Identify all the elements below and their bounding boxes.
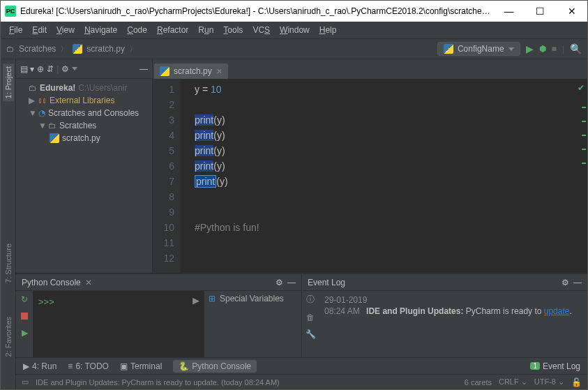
project-pane-header: ▤ ▾ ⊕ ⇵ | ⚙ — — [16, 59, 152, 79]
hide-button[interactable]: — — [140, 64, 148, 74]
close-icon[interactable]: ✕ — [85, 278, 92, 287]
left-tool-strip: 1: Project 7: Structure 2: Favorites — [1, 59, 16, 389]
library-icon: ⫾⫾ — [38, 96, 47, 105]
update-link[interactable]: update — [544, 306, 570, 316]
tree-node-external-libs[interactable]: ▶ ⫾⫾ External Libraries — [19, 94, 149, 107]
config-name: ConfigName — [458, 44, 504, 54]
menu-window[interactable]: Window — [276, 24, 314, 36]
menu-code[interactable]: Code — [123, 24, 151, 36]
menu-tools[interactable]: Tools — [219, 24, 247, 36]
lock-icon[interactable]: 🔓 — [571, 377, 582, 387]
event-log-badge[interactable]: 1 Event Log — [530, 361, 580, 371]
scratches-consoles-label: Scratches and Consoles — [48, 108, 139, 118]
status-bar: ▭ IDE and Plugin Updates: PyCharm is rea… — [16, 374, 587, 389]
status-icon: ▭ — [22, 377, 29, 387]
pycharm-icon: PC — [5, 6, 16, 17]
trash-icon[interactable]: 🗑 — [306, 313, 315, 322]
project-name: Edureka! — [40, 83, 75, 93]
code-editor[interactable]: 12 34 56 78 910 1112 ✔ — [153, 79, 587, 273]
tab-terminal[interactable]: ▣ Terminal — [120, 361, 162, 371]
caret-info[interactable]: 6 carets — [465, 378, 492, 387]
special-variables-label: Special Variables — [220, 294, 284, 303]
status-message: IDE and Plugin Updates: PyCharm is ready… — [36, 378, 280, 387]
breadcrumb-scratches[interactable]: Scratches — [19, 44, 56, 54]
close-tab-icon[interactable]: ✕ — [216, 67, 223, 76]
breadcrumb-file[interactable]: scratch.py — [86, 44, 125, 54]
tab-favorites[interactable]: 2: Favorites — [3, 314, 14, 359]
tab-label: scratch.py — [174, 66, 212, 76]
menu-edit[interactable]: Edit — [28, 24, 51, 36]
menu-view[interactable]: View — [52, 24, 79, 36]
line-separator[interactable]: CRLF ⌄ — [499, 377, 527, 387]
project-tree[interactable]: 🗀 Edureka! C:\Users\anir ▶ ⫾⫾ External L… — [16, 79, 152, 147]
hide-button[interactable]: — — [287, 278, 296, 287]
debug-button[interactable]: ⬢ — [539, 44, 546, 54]
folder-icon: 🗀 — [29, 83, 37, 93]
close-button[interactable]: ✕ — [556, 1, 587, 22]
event-log-title: Event Log — [308, 278, 345, 287]
run-button[interactable]: ▶ — [526, 43, 534, 54]
maximize-button[interactable]: ☐ — [525, 1, 556, 22]
expand-arrow-icon[interactable]: ▶ — [29, 96, 36, 105]
log-message-text: PyCharm is ready to — [463, 306, 543, 316]
log-time: 08:24 AM — [324, 306, 360, 316]
rerun-button[interactable]: ↻ — [19, 294, 30, 305]
gear-icon[interactable]: ⚙ — [276, 278, 283, 287]
console-output[interactable]: >>> ▶ — [33, 291, 204, 357]
minimize-button[interactable]: — — [493, 1, 525, 22]
tree-node-scratches-consoles[interactable]: ▼ ◔ Scratches and Consoles — [19, 107, 149, 119]
chevron-down-icon — [72, 67, 77, 70]
tab-project[interactable]: 1: Project — [3, 63, 14, 101]
menu-file[interactable]: File — [5, 24, 27, 36]
resume-icon[interactable]: ▶ — [193, 295, 199, 306]
external-libraries-label: External Libraries — [50, 96, 114, 105]
menu-help[interactable]: Help — [315, 24, 341, 36]
tab-todo[interactable]: ≡ 6: TODO — [68, 361, 109, 371]
stop-button[interactable] — [19, 310, 30, 322]
console-toolbar: ↻ ▶ — [16, 291, 33, 357]
breadcrumb-separator: 〉 — [129, 43, 137, 55]
inspection-ok-icon: ✔ — [578, 80, 585, 96]
collapse-arrow-icon[interactable]: ▼ — [29, 108, 36, 118]
wrench-icon[interactable]: 🔧 — [306, 329, 316, 339]
tab-python-console[interactable]: 🐍 Python Console — [173, 360, 257, 373]
event-log-panel: Event Log ⚙ — ⓘ 🗑 🔧 — [302, 274, 587, 357]
menu-navigate[interactable]: Navigate — [80, 24, 121, 36]
variables-pane[interactable]: ⊞ Special Variables — [204, 291, 301, 357]
encoding[interactable]: UTF-8 ⌄ — [534, 377, 564, 387]
locate-icon[interactable]: ⊕ — [37, 64, 44, 74]
gear-icon[interactable]: ⚙ — [61, 64, 69, 74]
info-icon[interactable]: ⓘ — [306, 294, 315, 306]
stop-button[interactable]: ■ — [552, 44, 557, 54]
editor-tab[interactable]: scratch.py ✕ — [154, 63, 228, 79]
event-log-content: 29-01-2019 08:24 AM IDE and Plugin Updat… — [319, 291, 587, 357]
python-console-panel: Python Console ✕ ⚙ — ↻ ▶ — [16, 274, 302, 357]
menubar: File Edit View Navigate Code Refactor Ru… — [1, 22, 587, 38]
project-view-selector[interactable]: ▤ ▾ — [20, 64, 34, 74]
log-date: 29-01-2019 — [324, 295, 582, 305]
gear-icon[interactable]: ⚙ — [561, 278, 569, 287]
menu-refactor[interactable]: Refactor — [153, 24, 193, 36]
run-config-selector[interactable]: ConfigName — [437, 42, 520, 56]
editor-pane: scratch.py ✕ 12 34 56 78 910 — [153, 59, 587, 273]
scratch-icon: ◔ — [38, 108, 45, 118]
variables-icon: ⊞ — [209, 294, 216, 303]
collapse-arrow-icon[interactable]: ▼ — [38, 121, 45, 130]
menu-vcs[interactable]: VCS — [248, 24, 274, 36]
tree-node-file[interactable]: scratch.py — [19, 132, 149, 144]
menu-run[interactable]: Run — [194, 24, 218, 36]
chevron-down-icon — [508, 47, 514, 51]
execute-button[interactable]: ▶ — [19, 327, 30, 338]
titlebar: PC Edureka! [C:\Users\anirudh_c_rao\Pych… — [1, 1, 587, 22]
tab-structure[interactable]: 7: Structure — [3, 241, 14, 286]
file-name: scratch.py — [62, 133, 100, 143]
collapse-icon[interactable]: ⇵ — [47, 64, 54, 74]
tree-node-project-root[interactable]: 🗀 Edureka! C:\Users\anir — [19, 82, 149, 94]
search-button[interactable]: 🔍 — [570, 43, 582, 54]
tree-node-scratches[interactable]: ▼ 🗀 Scratches — [19, 119, 149, 132]
bottom-tool-tabs: ▶ 4: Run ≡ 6: TODO ▣ Terminal 🐍 Python C… — [16, 357, 587, 374]
code-area[interactable]: ✔ y = 10 print(y) print(y) print(y) prin… — [181, 79, 587, 273]
hide-button[interactable]: — — [573, 278, 582, 287]
tab-run[interactable]: ▶ 4: Run — [23, 361, 56, 371]
gutter: 12 34 56 78 910 1112 — [153, 79, 181, 273]
